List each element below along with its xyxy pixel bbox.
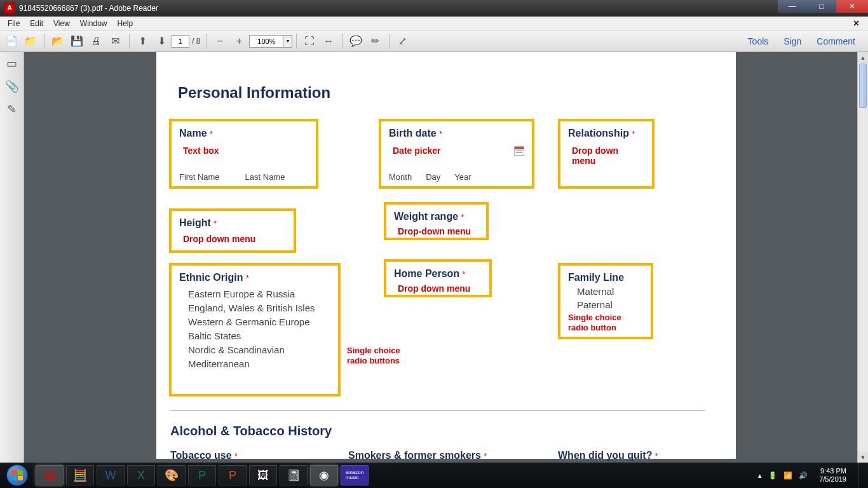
scroll-down-icon[interactable]: ▼	[858, 452, 868, 463]
taskbar-app-icon[interactable]: 🖼	[249, 465, 277, 485]
annot-radio: Single choiceradio buttons	[347, 346, 400, 365]
navigation-rail: ▭ 📎 ✎	[0, 52, 24, 463]
system-tray: ▴ 🔋 📶 🔊 9:43 PM 7/5/2019	[758, 463, 868, 488]
field-relationship-box: Relationship * Drop down menu	[558, 119, 654, 189]
ethnic-option[interactable]: Western & Germanic Europe	[188, 316, 330, 327]
window-close-button[interactable]: ✕	[836, 0, 868, 13]
save-icon[interactable]: 💾	[68, 33, 86, 50]
taskbar-amazon-music-icon[interactable]: amazonmusic	[341, 465, 369, 485]
field-birthdate-box: Birth date * Date picker Month Day Year	[379, 119, 534, 189]
menu-view[interactable]: View	[48, 18, 75, 29]
zoom-out-icon[interactable]: −	[211, 33, 229, 50]
taskbar-calculator-icon[interactable]: 🧮	[66, 465, 94, 485]
fit-page-icon[interactable]: ⛶	[301, 33, 318, 50]
annot-dropdown: Drop down menu	[398, 283, 482, 294]
annot-dropdown: Drop-down menu	[398, 226, 478, 236]
required-star: *	[214, 219, 217, 228]
sublabel-year: Year	[454, 172, 471, 182]
signatures-icon[interactable]: ✎	[6, 103, 18, 116]
label-birthdate: Birth date	[389, 128, 439, 139]
read-mode-icon[interactable]: ⤢	[393, 33, 411, 50]
label-family-line: Family Line	[568, 272, 624, 283]
menu-file[interactable]: File	[3, 18, 25, 29]
tray-volume-icon[interactable]: 🔊	[799, 471, 808, 480]
export-pdf-icon[interactable]: 📄	[3, 33, 20, 50]
start-button[interactable]	[0, 463, 34, 488]
required-star: *	[210, 130, 213, 139]
menu-window[interactable]: Window	[75, 18, 112, 29]
family-option[interactable]: Maternal	[577, 286, 643, 297]
annot-radio: Single choiceradio button	[568, 313, 643, 332]
window-title: 91845520666867 (3).pdf - Adobe Reader	[19, 4, 158, 13]
heading-alcohol-tobacco: Alcohol & Tobacco History	[170, 424, 705, 438]
ethnic-option[interactable]: Eastern Europe & Russia	[188, 288, 330, 299]
label-home-person: Home Person	[394, 268, 463, 279]
toolbar-divider	[207, 34, 207, 49]
window-maximize-button[interactable]: □	[807, 0, 836, 13]
menu-help[interactable]: Help	[112, 18, 139, 29]
page-number-input[interactable]	[172, 35, 189, 48]
highlight-icon[interactable]: ✏	[366, 33, 384, 50]
taskbar-notepad-icon[interactable]: 📓	[280, 465, 308, 485]
tray-show-hidden-icon[interactable]: ▴	[758, 471, 762, 480]
create-pdf-icon[interactable]: 📁	[22, 33, 39, 50]
document-viewport[interactable]: Personal Information Name * Text box Fir…	[24, 52, 868, 463]
toolbar-divider	[296, 34, 297, 49]
label-smokers: Smokers & former smokers	[348, 450, 484, 461]
window-minimize-button[interactable]: —	[778, 0, 807, 13]
taskbar-publisher-icon[interactable]: P	[188, 465, 216, 485]
print-icon[interactable]: 🖨	[87, 33, 105, 50]
page-down-icon[interactable]: ⬇	[153, 33, 170, 50]
calendar-icon[interactable]	[514, 146, 524, 156]
sublabel-firstname: First Name	[179, 172, 220, 182]
open-icon[interactable]: 📂	[49, 33, 67, 50]
field-family-line-box: Family Line Maternal Paternal Single cho…	[558, 263, 653, 339]
menu-edit[interactable]: Edit	[25, 18, 48, 29]
windows-taskbar: ▤ 🧮 W X 🎨 P P 🖼 📓 ◉ amazonmusic ▴ 🔋 📶 🔊 …	[0, 463, 868, 488]
document-close-button[interactable]: ×	[848, 17, 864, 30]
label-height: Height	[179, 217, 214, 228]
scroll-thumb[interactable]	[859, 64, 867, 108]
sign-panel-button[interactable]: Sign	[777, 34, 808, 49]
fit-width-icon[interactable]: ↔	[320, 33, 337, 50]
comment-bubble-icon[interactable]: 💬	[347, 33, 365, 50]
sublabel-day: Day	[426, 172, 440, 182]
tray-wifi-icon[interactable]: 📶	[783, 471, 792, 480]
show-desktop-button[interactable]	[858, 463, 865, 488]
ethnic-option[interactable]: England, Wales & British Isles	[188, 302, 330, 313]
zoom-in-icon[interactable]: +	[230, 33, 248, 50]
taskbar-powerpoint-icon[interactable]: P	[219, 465, 247, 485]
required-star: *	[439, 130, 442, 139]
label-tobacco-use: Tobacco use	[170, 450, 234, 461]
tray-clock[interactable]: 9:43 PM 7/5/2019	[814, 467, 851, 484]
pdf-page: Personal Information Name * Text box Fir…	[156, 52, 736, 459]
annot-datepicker: Date picker	[393, 146, 440, 156]
tools-panel-button[interactable]: Tools	[742, 34, 775, 49]
ethnic-option[interactable]: Nordic & Scandinavian	[188, 344, 330, 355]
toolbar-divider	[129, 34, 130, 49]
toolbar: 📄 📁 📂 💾 🖨 ✉ ⬆ ⬇ / 8 − + ▾ ⛶ ↔ 💬 ✏ ⤢ Tool…	[0, 30, 868, 52]
section-alcohol-tobacco: Alcohol & Tobacco History Tobacco use * …	[170, 405, 705, 461]
email-icon[interactable]: ✉	[106, 33, 124, 50]
taskbar-adobe-reader-icon[interactable]: ▤	[36, 465, 64, 485]
attachments-icon[interactable]: 📎	[6, 80, 18, 93]
zoom-level-input[interactable]	[249, 35, 283, 48]
field-weight-box: Weight range * Drop-down menu	[384, 202, 489, 240]
taskbar-excel-icon[interactable]: X	[127, 465, 155, 485]
taskbar-paint-icon[interactable]: 🎨	[158, 465, 186, 485]
taskbar-chrome-icon[interactable]: ◉	[310, 465, 338, 485]
taskbar-word-icon[interactable]: W	[97, 465, 125, 485]
field-home-person-box: Home Person * Drop down menu	[384, 259, 492, 297]
vertical-scrollbar[interactable]: ▲ ▼	[857, 52, 868, 463]
ethnic-option[interactable]: Baltic States	[188, 330, 330, 341]
page-count: / 8	[192, 37, 200, 46]
ethnic-option[interactable]: Mediterranean	[188, 358, 330, 369]
comment-panel-button[interactable]: Comment	[810, 34, 862, 49]
page-up-icon[interactable]: ⬆	[133, 33, 151, 50]
family-option[interactable]: Paternal	[577, 299, 643, 310]
zoom-dropdown-icon[interactable]: ▾	[283, 35, 292, 48]
thumbnails-icon[interactable]: ▭	[6, 57, 18, 70]
scroll-up-icon[interactable]: ▲	[858, 52, 868, 63]
tray-battery-icon[interactable]: 🔋	[768, 471, 777, 480]
required-star: *	[484, 452, 487, 461]
